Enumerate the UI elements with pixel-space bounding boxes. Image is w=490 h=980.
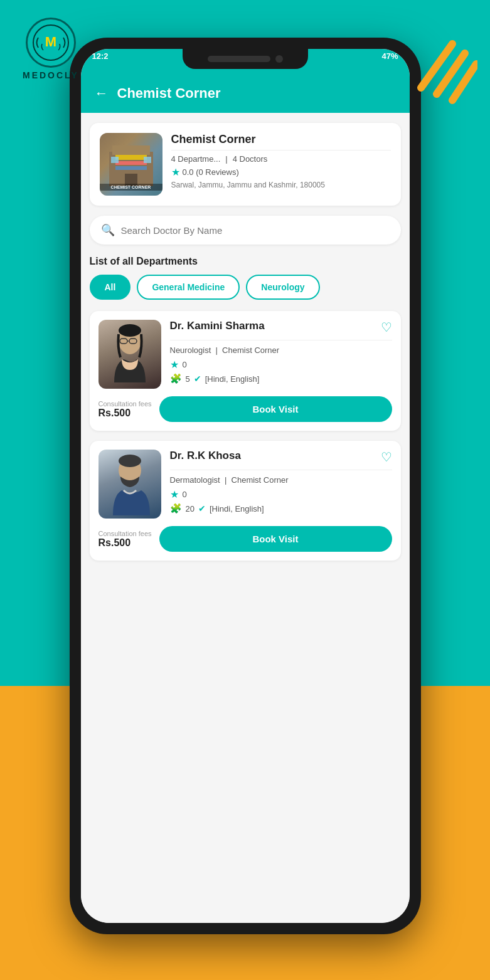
doctor-image-1: [99, 320, 161, 389]
rating-star-1: ★: [170, 359, 179, 371]
logo-area: M MEDOCLY: [23, 18, 79, 80]
svg-point-19: [119, 455, 141, 467]
svg-rect-6: [112, 145, 150, 155]
clinic-rating: ★ 0.0 (0 Reviews): [171, 166, 391, 178]
verified-icon-1: ✔: [194, 374, 201, 384]
doctor-exp-1: 🧩 5 ✔ [Hindi, English]: [170, 373, 392, 384]
filter-neurology[interactable]: Neurology: [246, 275, 319, 300]
filter-all[interactable]: All: [90, 275, 131, 300]
page-title: Chemist Corner: [117, 85, 221, 102]
doctor-divider-2: [170, 470, 392, 470]
doctor-exp-2: 🧩 20 ✔ [Hindi, English]: [170, 503, 392, 514]
screen-content[interactable]: CHEMIST CORNER Chemist Corner 4 Departme…: [81, 113, 410, 923]
phone-frame: 12:2 47% ← Chemist Corner: [70, 38, 421, 934]
svg-rect-7: [115, 155, 147, 160]
svg-rect-12: [144, 157, 151, 163]
doctor-header-1: Dr. Kamini Sharma ♡: [170, 320, 392, 335]
fees-info-2: Consultation fees Rs.500: [99, 530, 152, 549]
phone-screen: ← Chemist Corner: [81, 49, 410, 923]
doctor-card-2: Dr. R.K Khosa ♡ Dermatologist | Chemist …: [90, 441, 401, 561]
fees-label-1: Consultation fees: [99, 400, 152, 408]
favorite-icon-2[interactable]: ♡: [381, 450, 392, 465]
rating-value: 0.0 (0 Reviews): [183, 167, 239, 177]
doctor-spec-2: Dermatologist | Chemist Corner: [170, 475, 392, 485]
fees-info-1: Consultation fees Rs.500: [99, 400, 152, 419]
departments-section-title: List of all Departments: [90, 256, 401, 267]
clinic-name: Chemist Corner: [171, 133, 391, 146]
search-bar[interactable]: 🔍: [90, 216, 401, 245]
fees-amount-1: Rs.500: [99, 408, 152, 419]
search-icon: 🔍: [101, 223, 115, 237]
fees-amount-2: Rs.500: [99, 537, 152, 549]
departments-count: 4 Departme...: [171, 154, 221, 164]
doctor-divider-1: [170, 340, 392, 340]
languages-2: [Hindi, English]: [210, 504, 264, 514]
book-visit-btn-2[interactable]: Book Visit: [159, 526, 392, 552]
fees-label-2: Consultation fees: [99, 530, 152, 537]
doctor-bottom-1: Consultation fees Rs.500 Book Visit: [99, 396, 392, 422]
app-name: MEDOCLY: [23, 70, 79, 80]
svg-rect-9: [115, 166, 147, 170]
doctor-details-2: Dr. R.K Khosa ♡ Dermatologist | Chemist …: [170, 450, 392, 519]
experience-icon-1: 🧩: [170, 373, 182, 384]
department-filters: All General Medicine Neurology: [90, 275, 401, 300]
favorite-icon-1[interactable]: ♡: [381, 320, 392, 335]
status-time: 12:2: [92, 51, 109, 61]
doctor-rating-2: ★ 0: [170, 488, 392, 500]
book-visit-btn-1[interactable]: Book Visit: [159, 396, 392, 422]
search-input[interactable]: [121, 225, 390, 236]
svg-rect-8: [115, 161, 147, 165]
clinic-divider: [171, 150, 391, 150]
doctor-top-1: Dr. Kamini Sharma ♡ Neurologist | Chemis…: [99, 320, 392, 389]
doctor-details-1: Dr. Kamini Sharma ♡ Neurologist | Chemis…: [170, 320, 392, 389]
doctor-card-1: Dr. Kamini Sharma ♡ Neurologist | Chemis…: [90, 311, 401, 431]
svg-text:M: M: [45, 34, 56, 50]
rating-star-2: ★: [170, 488, 179, 500]
svg-rect-11: [111, 157, 119, 163]
filter-general-medicine[interactable]: General Medicine: [137, 275, 240, 300]
doctor-image-2: [99, 450, 161, 519]
verified-icon-2: ✔: [198, 503, 206, 514]
status-battery: 47%: [381, 51, 398, 61]
doctors-count: 4 Doctors: [233, 154, 268, 164]
rating-star: ★: [171, 166, 180, 178]
doctor-rating-1: ★ 0: [170, 359, 392, 371]
status-bar: 12:2 47%: [92, 51, 398, 61]
svg-point-17: [119, 324, 141, 337]
clinic-card: CHEMIST CORNER Chemist Corner 4 Departme…: [90, 123, 401, 206]
doctor-top-2: Dr. R.K Khosa ♡ Dermatologist | Chemist …: [99, 450, 392, 519]
rating-value-2: 0: [183, 490, 187, 499]
languages-1: [Hindi, English]: [205, 374, 260, 384]
experience-icon-2: 🧩: [170, 503, 182, 514]
clinic-info: Chemist Corner 4 Departme... | 4 Doctors…: [171, 133, 391, 189]
experience-value-1: 5: [186, 374, 190, 384]
doctor-name-1: Dr. Kamini Sharma: [170, 320, 265, 332]
decorative-rays: [402, 38, 477, 109]
doctor-spec-1: Neurologist | Chemist Corner: [170, 345, 392, 355]
back-button[interactable]: ←: [95, 85, 109, 102]
logo-circle: M: [26, 18, 76, 68]
clinic-image: CHEMIST CORNER: [100, 133, 162, 196]
experience-value-2: 20: [186, 504, 194, 514]
doctor-name-2: Dr. R.K Khosa: [170, 450, 241, 462]
doctor-header-2: Dr. R.K Khosa ♡: [170, 450, 392, 465]
doctor-bottom-2: Consultation fees Rs.500 Book Visit: [99, 526, 392, 552]
clinic-meta: 4 Departme... | 4 Doctors: [171, 154, 391, 164]
clinic-address: Sarwal, Jammu, Jammu and Kashmir, 180005: [171, 181, 391, 189]
rating-value-1: 0: [183, 360, 187, 369]
